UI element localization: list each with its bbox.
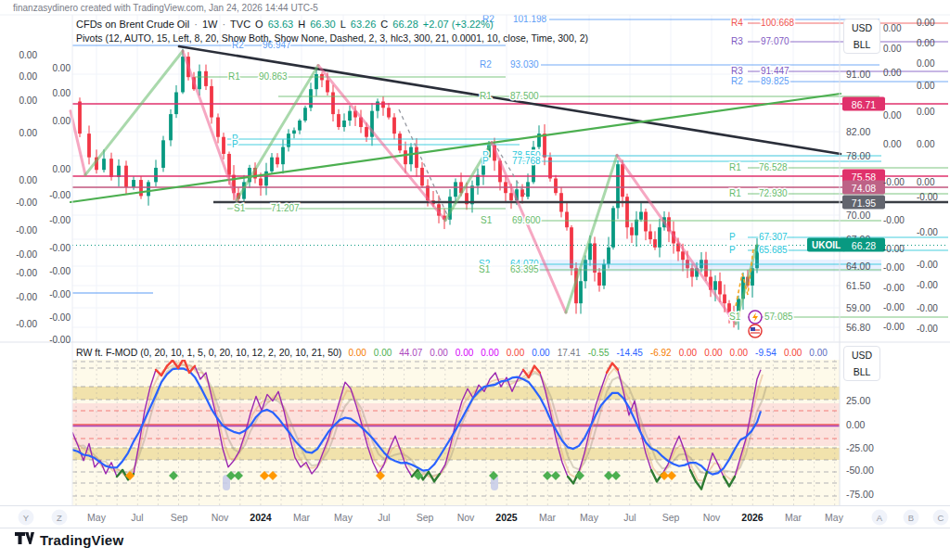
pivot-value: 71.207	[271, 203, 300, 213]
price-tick-label: 61.50	[846, 280, 870, 291]
indicator-value-label: 0.00	[917, 177, 934, 187]
unit-usd[interactable]: USD	[844, 19, 879, 36]
axis-button-a[interactable]: A	[872, 509, 888, 525]
indicator-value-label: 0.00	[917, 38, 934, 48]
pivot-label-r2: R2	[731, 76, 743, 86]
pivot-label-r2: R2	[480, 59, 492, 70]
oscillator-tick-label: -50.00	[846, 465, 874, 476]
price-tick-label: 56.80	[846, 322, 870, 333]
price-tick-label: 78.00	[846, 150, 870, 161]
pivot-label-r1: R1	[228, 71, 240, 82]
pivot-value: 77.768	[512, 156, 541, 166]
indicator-value-label: -0.00	[16, 268, 37, 278]
pivot-value: 76.528	[759, 162, 788, 172]
pivots-indicator-legend[interactable]: Pivots (12, AUTO, 15, Left, 8, 20, Show …	[76, 32, 588, 44]
oscillator-unit-selector[interactable]: USD BLL	[843, 346, 880, 381]
oscillator-legend-row[interactable]: RW ft. F-MOD (0, 20, 10, 1, 5, 0, 20, 10…	[76, 347, 828, 358]
oscillator-value: -6.92	[650, 348, 672, 358]
unit-bll[interactable]: BLL	[844, 36, 879, 53]
time-axis[interactable]: MayJulSepNov2024MarMayJulSepNov2025MarMa…	[0, 505, 950, 528]
time-label: May	[580, 512, 598, 523]
oscillator-title: RW ft. F-MOD (0, 20, 10, 1, 5, 0, 20, 10…	[76, 347, 341, 358]
indicator-value-label: -0.00	[16, 249, 37, 260]
pivot-label-p: P	[232, 139, 238, 149]
pivot-label-r1: R1	[729, 188, 741, 198]
oscillator-band	[72, 387, 840, 400]
time-label: Nov	[457, 512, 475, 523]
indicator-value-label: -0.00	[49, 190, 71, 200]
time-label-year: 2025	[495, 512, 517, 523]
oscillator-value: 0.00	[507, 348, 524, 358]
candle	[526, 173, 530, 199]
high-label: H	[298, 19, 305, 30]
axis-button-b[interactable]: B	[904, 509, 919, 525]
indicator-value-label: -0.00	[16, 225, 37, 235]
indicator-value-label: -0.00	[917, 227, 938, 237]
time-label: Nov	[703, 512, 721, 523]
unit-bll[interactable]: BLL	[844, 363, 879, 380]
candle	[639, 203, 643, 222]
interval-label: 1W	[202, 19, 218, 30]
price-tick-label: 59.00	[846, 302, 870, 313]
candle	[117, 159, 121, 186]
time-label-year: 2024	[250, 512, 271, 523]
oscillator-value: 17.41	[558, 348, 581, 358]
candle	[292, 128, 296, 139]
axis-button-z[interactable]: Z	[52, 509, 68, 525]
indicator-value-label: -0.00	[49, 312, 71, 323]
high-value: 66.30	[310, 19, 336, 30]
price-badge: 71.95	[842, 196, 885, 210]
pivot-value: 67.307	[759, 232, 788, 242]
indicator-value-label: 0.00	[53, 88, 71, 98]
indicator-value-label: 0.00	[883, 139, 901, 149]
indicator-value-label: -0.00	[49, 335, 71, 345]
close-value: 66.28	[392, 19, 418, 30]
tradingview-brand-text: TradingView	[40, 532, 123, 548]
pivot-value: 93.030	[510, 59, 539, 70]
price-badge: 74.08	[842, 181, 885, 195]
price-badge: 66.28	[842, 238, 885, 252]
open-value: 63.63	[268, 19, 294, 30]
oscillator-value: 0.00	[679, 348, 697, 358]
symbol-legend-row[interactable]: CFDs on Brent Crude Oil · 1W · TVC O63.6…	[76, 19, 494, 30]
candle	[320, 72, 324, 87]
axis-button-c[interactable]: C	[933, 509, 949, 525]
time-label-year: 2026	[741, 512, 763, 523]
zigzag-down-swing	[492, 142, 566, 312]
time-label: May	[334, 512, 353, 523]
indicator-value-label: -0.00	[917, 192, 938, 202]
tradingview-footer[interactable]: TradingView	[15, 532, 123, 548]
oscillator-value: -14.45	[617, 348, 643, 358]
time-label: Mar	[785, 512, 802, 523]
pivot-label-s1: S1	[481, 215, 493, 225]
oscillator-value: -9.54	[755, 348, 777, 358]
time-label: May	[87, 512, 106, 523]
indicator-value-label: -0.00	[883, 262, 905, 273]
candle	[625, 194, 629, 239]
candle	[470, 181, 474, 213]
price-unit-selector[interactable]: USD BLL	[843, 19, 880, 54]
candle	[216, 113, 220, 143]
candle	[565, 201, 569, 231]
pivot-value: 69.600	[512, 215, 541, 225]
indicator-value-label: -0.00	[917, 280, 938, 290]
us-flag-icon	[751, 327, 755, 331]
open-label: O	[255, 19, 263, 30]
candle	[264, 163, 268, 196]
oscillator-value: 44.07	[399, 348, 422, 358]
pivot-value: 97.070	[761, 36, 790, 46]
pivot-label-s1: S1	[729, 312, 741, 322]
close-label: C	[380, 19, 388, 30]
candle	[653, 231, 657, 249]
indicator-value-label: -0.00	[883, 177, 905, 187]
chart-canvas[interactable]: R2101.198R4100.668R397.070R296.947R190.8…	[0, 0, 950, 560]
zigzag-down-swing	[318, 65, 445, 220]
unit-usd[interactable]: USD	[844, 347, 879, 363]
candle	[476, 169, 480, 195]
pivot-value: 100.668	[761, 18, 795, 28]
axis-button-y[interactable]: Y	[19, 509, 34, 525]
time-label: May	[825, 512, 843, 523]
candle	[398, 132, 402, 154]
pivot-value: 72.930	[759, 188, 788, 198]
oscillator-value: 0.00	[374, 348, 392, 358]
